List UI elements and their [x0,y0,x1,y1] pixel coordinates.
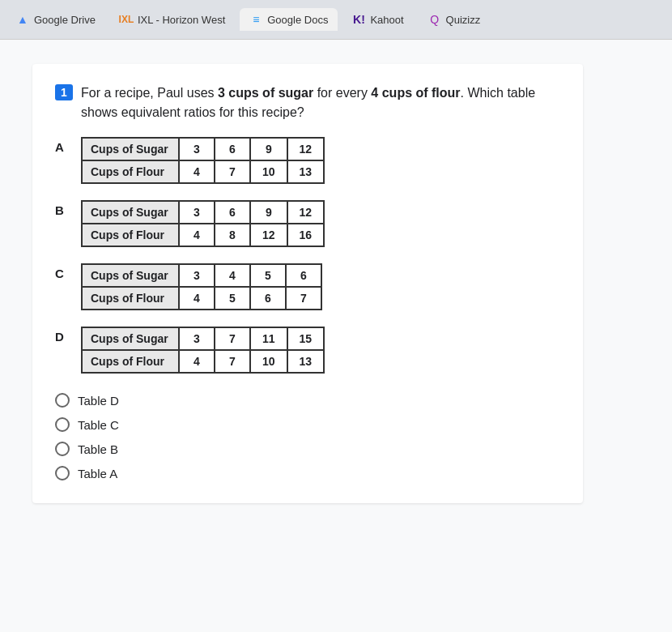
answer-choice-table-b[interactable]: Table B [55,442,560,456]
table-b-r1c3: 9 [250,201,287,224]
table-b-r2c1: 4 [179,224,215,246]
table-a-r2c2: 7 [215,160,250,183]
table-d: Cups of Sugar 3 7 11 15 Cups of Flour 4 … [81,327,325,374]
table-b-r1c1: 3 [179,201,215,224]
tab-ixl[interactable]: IXL IXL - Horizon West [110,8,235,31]
answer-label-table-d: Table D [78,394,119,408]
table-a-row2-header: Cups of Flour [82,160,179,183]
tab-google-drive[interactable]: ▲ Google Drive [6,8,105,31]
question-header: 1 For a recipe, Paul uses 3 cups of suga… [55,83,560,122]
table-b-r2c2: 8 [215,224,250,246]
answer-choice-table-a[interactable]: Table A [55,466,560,480]
tables-container: A Cups of Sugar 3 6 9 12 Cups of Flour 4… [55,137,560,374]
table-a-row1-header: Cups of Sugar [82,138,179,160]
table-b: Cups of Sugar 3 6 9 12 Cups of Flour 4 8… [81,200,325,247]
table-d-row2-header: Cups of Flour [82,350,179,373]
table-c-row1-header: Cups of Sugar [82,264,179,287]
table-d-r2c4: 13 [287,350,325,373]
question-text: For a recipe, Paul uses 3 cups of sugar … [81,83,560,122]
kahoot-icon: K! [352,13,365,26]
table-c-r2c2: 5 [215,287,250,310]
table-row: Cups of Flour 4 7 10 13 [82,160,324,183]
table-c-r2c4: 7 [286,287,321,310]
option-a-label: A [55,137,70,154]
tab-google-docs[interactable]: ≡ Google Docs [240,8,338,31]
tab-bar: ▲ Google Drive IXL IXL - Horizon West ≡ … [0,0,672,40]
ixl-icon: IXL [120,13,133,26]
table-row: Cups of Sugar 3 7 11 15 [82,327,324,350]
answer-choice-table-d[interactable]: Table D [55,393,560,408]
answer-label-table-c: Table C [78,418,119,432]
radio-table-d[interactable] [55,393,70,408]
tab-quizizz[interactable]: Q Quizizz [419,8,491,31]
table-d-r1c4: 15 [287,327,325,350]
option-b: B Cups of Sugar 3 6 9 12 Cups of Flour 4… [55,200,560,247]
table-d-r2c3: 10 [250,350,287,373]
table-c-row2-header: Cups of Flour [82,287,179,310]
table-row: Cups of Flour 4 8 12 16 [82,224,324,246]
tab-ixl-label: IXL - Horizon West [138,14,225,26]
table-row: Cups of Flour 4 5 6 7 [82,287,321,310]
table-row: Cups of Sugar 3 6 9 12 [82,201,324,224]
table-a-r2c3: 10 [250,160,287,183]
question-block: 1 For a recipe, Paul uses 3 cups of suga… [32,64,583,503]
option-c-label: C [55,263,70,280]
table-row: Cups of Sugar 3 6 9 12 [82,138,324,160]
table-a-r1c3: 9 [250,138,287,160]
table-b-r1c2: 6 [215,201,250,224]
table-d-row1-header: Cups of Sugar [82,327,179,350]
table-a-r1c4: 12 [287,138,325,160]
table-c: Cups of Sugar 3 4 5 6 Cups of Flour 4 5 … [81,263,322,310]
table-row: Cups of Sugar 3 4 5 6 [82,264,321,287]
table-d-r2c1: 4 [179,350,215,373]
option-d: D Cups of Sugar 3 7 11 15 Cups of Flour … [55,327,560,374]
table-b-r2c3: 12 [250,224,287,246]
table-c-r1c2: 4 [215,264,250,287]
tab-kahoot[interactable]: K! Kahoot [342,8,413,31]
table-c-r1c1: 3 [179,264,215,287]
option-d-label: D [55,327,70,344]
content-area: 1 For a recipe, Paul uses 3 cups of suga… [0,40,672,632]
table-a-r1c1: 3 [179,138,215,160]
table-c-r2c1: 4 [179,287,215,310]
table-b-r1c4: 12 [287,201,325,224]
table-row: Cups of Flour 4 7 10 13 [82,350,324,373]
table-a: Cups of Sugar 3 6 9 12 Cups of Flour 4 7… [81,137,325,184]
radio-table-b[interactable] [55,442,70,456]
quizizz-icon: Q [428,13,441,26]
answer-label-table-a: Table A [78,467,117,480]
table-c-r1c3: 5 [250,264,286,287]
table-a-r1c2: 6 [215,138,250,160]
answer-label-table-b: Table B [78,442,118,456]
option-a: A Cups of Sugar 3 6 9 12 Cups of Flour 4… [55,137,560,184]
table-b-row2-header: Cups of Flour [82,224,179,246]
tab-quizizz-label: Quizizz [446,14,481,26]
google-docs-icon: ≡ [249,13,262,26]
table-b-row1-header: Cups of Sugar [82,201,179,224]
table-c-r1c4: 6 [286,264,321,287]
tab-kahoot-label: Kahoot [370,14,403,26]
table-d-r1c3: 11 [250,327,287,350]
radio-table-a[interactable] [55,466,70,480]
table-d-r1c1: 3 [179,327,215,350]
radio-table-c[interactable] [55,417,70,432]
table-a-r2c4: 13 [287,160,325,183]
option-c: C Cups of Sugar 3 4 5 6 Cups of Flour 4 … [55,263,560,310]
table-c-r2c3: 6 [250,287,286,310]
table-b-r2c4: 16 [287,224,325,246]
table-d-r2c2: 7 [215,350,250,373]
question-number: 1 [55,84,73,100]
table-d-r1c2: 7 [215,327,250,350]
answer-choice-table-c[interactable]: Table C [55,417,560,432]
google-drive-icon: ▲ [16,13,29,26]
option-b-label: B [55,200,70,217]
tab-google-docs-label: Google Docs [267,14,328,26]
tab-google-drive-label: Google Drive [34,14,96,26]
answer-choices: Table D Table C Table B Table A [55,393,560,480]
table-a-r2c1: 4 [179,160,215,183]
